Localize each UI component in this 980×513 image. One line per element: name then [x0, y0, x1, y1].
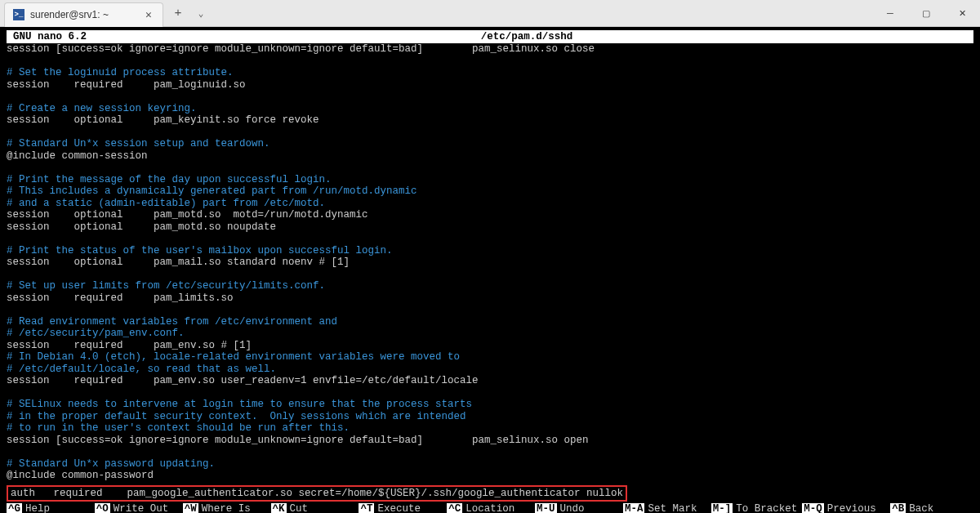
shortcut-key: M-A [623, 503, 645, 513]
config-line: session optional pam_motd.so noupdate [7, 221, 973, 234]
comment-line: # Set the loginuid process attribute. [7, 67, 973, 79]
window-controls: ─ ▢ ✕ [872, 1, 980, 25]
editor-content[interactable]: session [success=ok ignore=ignore module… [0, 43, 980, 502]
config-line: session optional pam_keyinit.so force re… [7, 114, 973, 127]
blank-line [7, 304, 973, 316]
blank-line [7, 162, 973, 174]
maximize-button[interactable]: ▢ [908, 1, 944, 25]
shortcut-item: ^GHelp [7, 503, 90, 513]
shortcut-desc: Previous [827, 503, 876, 513]
shortcut-item: ^BBack [890, 503, 973, 513]
shortcut-item: ^CLocation [447, 503, 530, 513]
shortcut-desc: Where Is [202, 503, 251, 513]
config-line: session [success=ok ignore=ignore module… [7, 435, 973, 447]
shortcut-item: M-]To Bracket [711, 503, 798, 513]
blank-line [7, 269, 973, 281]
comment-line: # /etc/security/pam_env.conf. [7, 328, 973, 340]
window-titlebar: >_ surender@srv1: ~ ✕ + ⌄ ─ ▢ ✕ [0, 0, 980, 27]
shortcut-desc: Undo [560, 503, 585, 513]
shortcut-key: ^B [890, 503, 906, 513]
blank-line [7, 56, 973, 68]
close-window-button[interactable]: ✕ [944, 1, 980, 25]
terminal-area[interactable]: GNU nano 6.2 /etc/pam.d/sshd session [su… [0, 27, 980, 513]
config-line: @include common-password [7, 470, 973, 482]
tab-dropdown-icon[interactable]: ⌄ [189, 2, 212, 25]
shortcut-desc: Write Out [114, 503, 169, 513]
config-line: session optional pam_mail.so standard no… [7, 256, 973, 269]
config-line: session required pam_env.so user_readenv… [7, 375, 973, 387]
shortcut-item: M-ASet Mark [623, 503, 706, 513]
shortcut-key: M-] [711, 503, 733, 513]
blank-line [7, 233, 973, 245]
shortcut-desc: To Bracket [736, 503, 797, 513]
highlighted-auth-line: auth required pam_google_authenticator.s… [7, 482, 973, 502]
shortcut-item: ^OWrite Out [95, 503, 178, 513]
comment-line: # to run in the user's context should be… [7, 422, 973, 435]
config-line: session required pam_loginuid.so [7, 79, 973, 91]
shortcut-desc: Cut [290, 503, 309, 513]
nano-version: GNU nano 6.2 [13, 31, 87, 42]
comment-line: # Set up user limits from /etc/security/… [7, 280, 973, 292]
shortcut-desc: Help [25, 503, 50, 513]
comment-line: # Create a new session keyring. [7, 103, 973, 115]
shortcut-key: ^K [271, 503, 287, 513]
comment-line: # and a static (admin-editable) part fro… [7, 198, 973, 210]
close-tab-icon[interactable]: ✕ [143, 9, 154, 20]
comment-line: # Standard Un*x password updating. [7, 458, 973, 471]
nano-header-bar: GNU nano 6.2 /etc/pam.d/sshd [7, 30, 973, 43]
comment-line: # Print the status of the user's mailbox… [7, 245, 973, 257]
powershell-icon: >_ [13, 9, 24, 20]
comment-line: # in the proper default security context… [7, 411, 973, 423]
shortcut-desc: Set Mark [648, 503, 697, 513]
blank-line [7, 387, 973, 399]
shortcut-item: M-QPrevious [802, 503, 885, 513]
nano-shortcuts: ^GHelp^OWrite Out^WWhere Is^KCut^TExecut… [0, 502, 980, 513]
tab-title: surender@srv1: ~ [30, 9, 137, 20]
shortcut-key: ^W [183, 503, 198, 513]
comment-line: # SELinux needs to intervene at login ti… [7, 399, 973, 411]
shortcut-desc: Location [466, 503, 514, 513]
shortcut-key: ^C [447, 503, 462, 513]
comment-line: # In Debian 4.0 (etch), locale-related e… [7, 351, 973, 364]
shortcut-desc: Execute [377, 503, 421, 513]
minimize-button[interactable]: ─ [872, 1, 908, 25]
comment-line: # Read environment variables from /etc/e… [7, 316, 973, 328]
shortcut-item: ^WWhere Is [183, 503, 266, 513]
config-line: session optional pam_motd.so motd=/run/m… [7, 209, 973, 221]
blank-line [7, 127, 973, 139]
comment-line: # Print the message of the day upon succ… [7, 174, 973, 186]
shortcut-key: ^T [359, 503, 374, 513]
shortcut-item: ^TExecute [359, 503, 442, 513]
shortcut-item: ^KCut [271, 503, 354, 513]
config-line: session required pam_limits.so [7, 292, 973, 305]
config-line: session required pam_env.so # [1] [7, 340, 973, 352]
shortcut-desc: Back [909, 503, 933, 513]
nano-filename: /etc/pam.d/sshd [87, 31, 967, 42]
blank-line [7, 446, 973, 458]
shortcut-key: ^G [7, 503, 22, 513]
config-line: @include common-session [7, 150, 973, 163]
shortcut-key: M-Q [802, 503, 824, 513]
config-line: session [success=ok ignore=ignore module… [7, 43, 973, 56]
comment-line: # /etc/default/locale, so read that as w… [7, 364, 973, 376]
shortcut-item: M-UUndo [535, 503, 618, 513]
terminal-tab[interactable]: >_ surender@srv1: ~ ✕ [4, 2, 163, 27]
shortcut-key: ^O [95, 503, 110, 513]
comment-line: # Standard Un*x session setup and teardo… [7, 138, 973, 150]
new-tab-button[interactable]: + [167, 2, 189, 25]
blank-line [7, 91, 973, 103]
shortcut-key: M-U [535, 503, 557, 513]
comment-line: # This includes a dynamically generated … [7, 185, 973, 198]
